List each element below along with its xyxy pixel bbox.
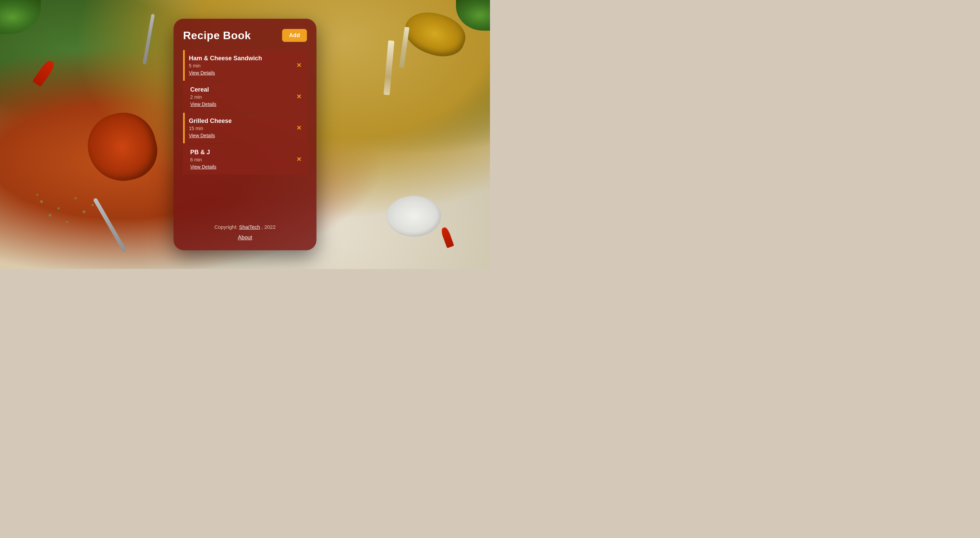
seeds-decoration bbox=[24, 161, 110, 229]
recipe-item[interactable]: Grilled Cheese 15 min View Details ✕ bbox=[183, 113, 307, 144]
recipe-name: Grilled Cheese bbox=[189, 118, 301, 125]
copyright-text: Copyright: ShaiTech , 2022 bbox=[183, 224, 307, 230]
view-details-link[interactable]: View Details bbox=[189, 133, 215, 138]
recipe-item[interactable]: PB & J 6 min View Details ✕ bbox=[183, 144, 307, 175]
card-footer: Copyright: ShaiTech , 2022 About bbox=[183, 224, 307, 241]
recipe-item[interactable]: Cereal 2 min View Details ✕ bbox=[183, 81, 307, 112]
delete-recipe-button[interactable]: ✕ bbox=[296, 156, 301, 163]
add-recipe-button[interactable]: Add bbox=[282, 29, 307, 42]
view-details-link[interactable]: View Details bbox=[190, 164, 216, 169]
about-link[interactable]: About bbox=[238, 235, 252, 241]
copyright-brand-link[interactable]: ShaiTech bbox=[239, 224, 260, 230]
recipe-time: 6 min bbox=[190, 157, 301, 163]
recipe-name: Cereal bbox=[190, 86, 301, 93]
app-title: Recipe Book bbox=[183, 29, 251, 42]
recipe-time: 5 min bbox=[189, 63, 301, 69]
recipes-list: Ham & Cheese Sandwich 5 min View Details… bbox=[183, 50, 307, 216]
delete-recipe-button[interactable]: ✕ bbox=[296, 94, 301, 100]
delete-recipe-button[interactable]: ✕ bbox=[296, 125, 301, 131]
recipe-time: 15 min bbox=[189, 126, 301, 131]
copyright-suffix: , 2022 bbox=[260, 224, 275, 230]
card-header: Recipe Book Add bbox=[183, 29, 307, 42]
recipe-name: Ham & Cheese Sandwich bbox=[189, 55, 301, 62]
recipe-book-card: Recipe Book Add Ham & Cheese Sandwich 5 … bbox=[173, 19, 317, 250]
delete-recipe-button[interactable]: ✕ bbox=[296, 62, 301, 69]
recipe-time: 2 min bbox=[190, 94, 301, 100]
view-details-link[interactable]: View Details bbox=[189, 70, 215, 76]
recipe-name: PB & J bbox=[190, 149, 301, 156]
recipe-item[interactable]: Ham & Cheese Sandwich 5 min View Details… bbox=[183, 50, 307, 81]
view-details-link[interactable]: View Details bbox=[190, 102, 216, 107]
salt-decoration bbox=[387, 196, 441, 237]
copyright-prefix: Copyright: bbox=[215, 224, 239, 230]
